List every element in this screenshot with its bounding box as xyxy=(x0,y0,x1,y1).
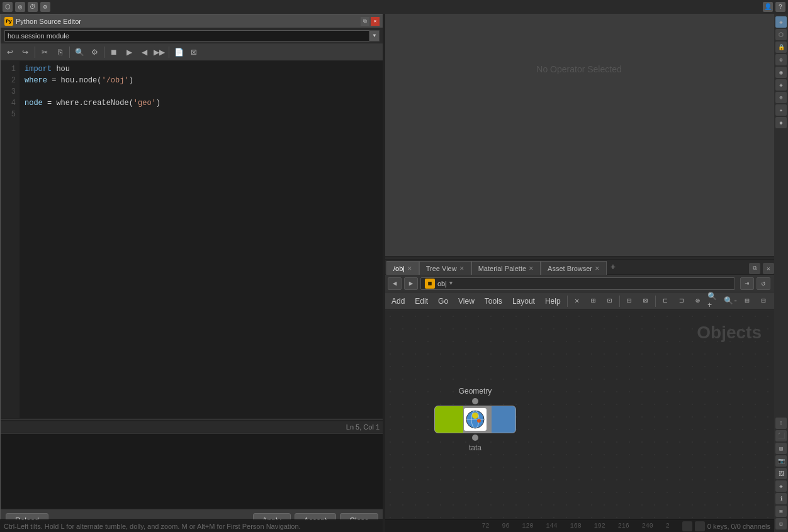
sidebar-btn-bottom-5[interactable]: 🖼 xyxy=(775,468,787,479)
clear-btn[interactable]: ⊠ xyxy=(187,45,201,59)
sidebar-btn-3[interactable]: 🔒 xyxy=(775,42,787,53)
next-btn[interactable]: ▶▶ xyxy=(152,45,166,59)
tab-asset-browser-label: Asset Browser xyxy=(548,265,592,272)
module-selector[interactable] xyxy=(4,30,369,42)
coord-last: 2 xyxy=(666,523,670,529)
code-area[interactable]: 1 2 3 4 5 import hou where = hou.node('/… xyxy=(1,61,383,418)
panel-float-btn[interactable]: ✕ xyxy=(763,263,774,274)
menu-view[interactable]: View xyxy=(454,294,478,308)
tab-material-palette[interactable]: Material Palette ✕ xyxy=(471,261,541,275)
sidebar-btn-7[interactable]: ⊗ xyxy=(775,92,787,103)
close-panel-btn[interactable]: ✕ xyxy=(371,17,380,26)
sidebar-btn-bottom-1[interactable]: ↕ xyxy=(775,418,787,429)
app-icon-4[interactable]: ⚙ xyxy=(40,2,50,12)
tab-asset-browser-close[interactable]: ✕ xyxy=(595,265,600,272)
menu-add[interactable]: Add xyxy=(388,294,408,308)
run-btn[interactable]: ▶ xyxy=(122,45,136,59)
panel-title: Python Source Editor xyxy=(16,18,358,25)
prev-btn[interactable]: ◀ xyxy=(137,45,151,59)
tab-material-palette-close[interactable]: ✕ xyxy=(529,265,534,272)
user-icon[interactable]: 👤 xyxy=(763,2,773,12)
nav-home-btn[interactable]: ⇥ xyxy=(740,277,754,290)
sidebar-btn-bottom-8[interactable]: ⊞ xyxy=(775,506,787,517)
channel-icon-1[interactable] xyxy=(682,521,692,531)
geometry-node[interactable]: Geometry xyxy=(434,398,516,441)
tile-btn[interactable]: ⧉ xyxy=(361,17,369,26)
tab-add-btn[interactable]: + xyxy=(607,260,619,274)
graph-toolbar-sep-2 xyxy=(619,296,620,307)
settings-btn[interactable]: ⚙ xyxy=(87,45,101,59)
menu-go[interactable]: Go xyxy=(434,294,452,308)
zoom-out-btn[interactable]: 🔍- xyxy=(724,294,738,308)
graph-tool-3[interactable]: ⊡ xyxy=(603,294,617,308)
nav-back-btn[interactable]: ◀ xyxy=(388,277,402,290)
graph-tool-2[interactable]: ⊞ xyxy=(587,294,600,308)
sidebar-btn-2[interactable]: ⬡ xyxy=(775,29,787,40)
zoom-reset-btn[interactable]: ⊟ xyxy=(757,294,770,308)
tab-tree-view-close[interactable]: ✕ xyxy=(459,265,464,272)
python-icon: Py xyxy=(4,17,13,26)
sidebar-btn-bottom-9[interactable]: ⊡ xyxy=(775,518,787,529)
sidebar-btn-9[interactable]: ◆ xyxy=(775,117,787,128)
tab-asset-browser[interactable]: Asset Browser ✕ xyxy=(541,261,607,275)
graph-tool-8[interactable]: ⊚ xyxy=(691,294,705,308)
tab-obj-label: /obj xyxy=(393,265,405,272)
find-btn[interactable]: 🔍 xyxy=(72,45,86,59)
graph-tool-4[interactable]: ⊟ xyxy=(622,294,636,308)
channel-icon-2[interactable] xyxy=(695,521,705,531)
node-graph[interactable]: Objects Geometry xyxy=(384,310,774,532)
menu-help[interactable]: Help xyxy=(541,294,565,308)
svg-point-4 xyxy=(477,419,481,423)
nav-reload-btn[interactable]: ↺ xyxy=(757,277,770,290)
no-operator-text: No Operator Selected xyxy=(384,64,774,74)
line-num-1: 1 xyxy=(1,64,16,75)
panel-maximize-btn[interactable]: ⧉ xyxy=(749,263,760,274)
tab-tree-view[interactable]: Tree View ✕ xyxy=(419,261,471,275)
copy-btn[interactable]: ⎘ xyxy=(53,45,67,59)
zoom-in-btn[interactable]: 🔍+ xyxy=(707,294,721,308)
tab-obj-close[interactable]: ✕ xyxy=(407,265,412,272)
sidebar-btn-bottom-6[interactable]: ◈ xyxy=(775,480,787,492)
help-icon[interactable]: ? xyxy=(775,2,785,12)
menu-layout[interactable]: Layout xyxy=(509,294,539,308)
path-icon: ▦ xyxy=(425,279,435,289)
node-connector-top[interactable] xyxy=(472,398,478,404)
graph-tool-7[interactable]: ⊐ xyxy=(675,294,689,308)
app-icon-2[interactable]: ◎ xyxy=(15,2,25,12)
cut-btn[interactable]: ✂ xyxy=(38,45,52,59)
menu-edit[interactable]: Edit xyxy=(411,294,432,308)
graph-tool-6[interactable]: ⊏ xyxy=(658,294,672,308)
menu-tools[interactable]: Tools xyxy=(481,294,506,308)
nav-forward-btn[interactable]: ▶ xyxy=(404,277,418,290)
tab-obj[interactable]: /obj ✕ xyxy=(386,261,419,275)
sidebar-btn-4[interactable]: ⊕ xyxy=(775,54,787,65)
module-dropdown-btn[interactable]: ▼ xyxy=(369,30,380,42)
stop-btn[interactable]: ⏹ xyxy=(107,45,121,59)
undo-btn[interactable]: ↩ xyxy=(3,45,17,59)
app-icon-1[interactable]: ⬡ xyxy=(3,2,13,12)
cursor-position: Ln 5, Col 1 xyxy=(346,423,380,431)
sidebar-btn-5[interactable]: ◉ xyxy=(775,67,787,78)
sidebar-btn-8[interactable]: ✦ xyxy=(775,104,787,116)
console-area[interactable] xyxy=(1,433,383,509)
coord-5: 168 xyxy=(570,523,582,529)
sidebar-btn-6[interactable]: ◈ xyxy=(775,79,787,91)
sidebar-btn-bottom-2[interactable]: ⬛ xyxy=(775,430,787,441)
path-dropdown[interactable]: ▼ xyxy=(449,280,453,287)
right-sidebar: ◈ ⬡ 🔒 ⊕ ◉ ◈ ⊗ ✦ ◆ ↕ ⬛ ▤ 📷 🖼 ◈ ℹ ⊞ ⊡ xyxy=(774,14,788,532)
node-connector-bottom[interactable] xyxy=(472,435,478,441)
app-icon-3[interactable]: ⏱ xyxy=(28,2,38,12)
vertical-divider[interactable] xyxy=(383,14,385,532)
redo-btn[interactable]: ↪ xyxy=(18,45,32,59)
code-lines: import hou where = hou.node('/obj') node… xyxy=(20,61,383,418)
new-btn[interactable]: 📄 xyxy=(172,45,186,59)
sidebar-btn-1[interactable]: ◈ xyxy=(775,16,787,28)
coord-7: 216 xyxy=(618,523,629,529)
zoom-fit-btn[interactable]: ⊞ xyxy=(740,294,754,308)
sidebar-btn-bottom-3[interactable]: ▤ xyxy=(775,443,787,454)
sidebar-btn-bottom-4[interactable]: 📷 xyxy=(775,455,787,467)
graph-tool-1[interactable]: ✕ xyxy=(570,294,584,308)
node-body[interactable] xyxy=(434,406,516,433)
graph-tool-5[interactable]: ⊠ xyxy=(639,294,653,308)
sidebar-btn-bottom-7[interactable]: ℹ xyxy=(775,493,787,504)
